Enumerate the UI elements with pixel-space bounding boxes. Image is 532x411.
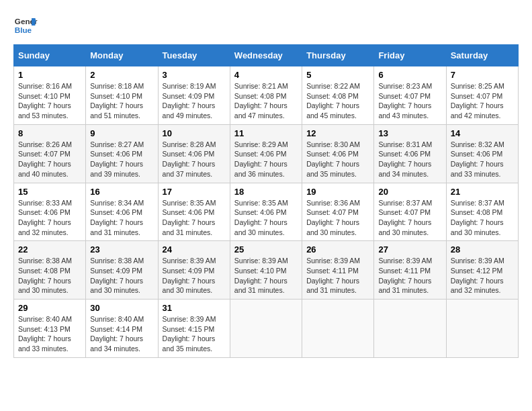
day-number: 22: [18, 244, 81, 255]
day-info: Sunrise: 8:34 AM Sunset: 4:06 PM Dayligh…: [90, 198, 153, 238]
day-number: 27: [378, 244, 441, 255]
day-number: 1: [18, 70, 81, 80]
day-info: Sunrise: 8:29 AM Sunset: 4:06 PM Dayligh…: [234, 140, 298, 179]
calendar-cell: [302, 300, 374, 358]
day-info: Sunrise: 8:39 AM Sunset: 4:12 PM Dayligh…: [451, 256, 514, 295]
day-info: Sunrise: 8:19 AM Sunset: 4:09 PM Dayligh…: [163, 81, 226, 121]
day-number: 9: [90, 128, 153, 138]
day-info: Sunrise: 8:16 AM Sunset: 4:10 PM Dayligh…: [18, 81, 81, 121]
day-info: Sunrise: 8:39 AM Sunset: 4:15 PM Dayligh…: [163, 314, 226, 354]
calendar-cell: 27 Sunrise: 8:39 AM Sunset: 4:11 PM Dayl…: [374, 241, 446, 300]
calendar-cell: 1 Sunrise: 8:16 AM Sunset: 4:10 PM Dayli…: [14, 66, 86, 125]
header-sunday: Sunday: [14, 45, 86, 66]
calendar-cell: 12 Sunrise: 8:30 AM Sunset: 4:06 PM Dayl…: [302, 124, 374, 183]
day-info: Sunrise: 8:26 AM Sunset: 4:07 PM Dayligh…: [18, 140, 81, 179]
calendar-cell: 3 Sunrise: 8:19 AM Sunset: 4:09 PM Dayli…: [158, 66, 230, 125]
header-tuesday: Tuesday: [158, 45, 230, 66]
day-info: Sunrise: 8:22 AM Sunset: 4:08 PM Dayligh…: [306, 81, 369, 121]
day-number: 24: [163, 244, 226, 255]
calendar-cell: 11 Sunrise: 8:29 AM Sunset: 4:06 PM Dayl…: [230, 124, 302, 183]
day-number: 21: [451, 187, 514, 197]
day-number: 23: [90, 244, 153, 255]
calendar-cell: 15 Sunrise: 8:33 AM Sunset: 4:06 PM Dayl…: [14, 183, 86, 241]
calendar-cell: 31 Sunrise: 8:39 AM Sunset: 4:15 PM Dayl…: [158, 300, 230, 358]
calendar-cell: 18 Sunrise: 8:35 AM Sunset: 4:06 PM Dayl…: [230, 183, 302, 241]
day-info: Sunrise: 8:39 AM Sunset: 4:09 PM Dayligh…: [163, 256, 226, 295]
calendar-cell: [374, 300, 446, 358]
header-monday: Monday: [86, 45, 158, 66]
calendar-cell: 14 Sunrise: 8:32 AM Sunset: 4:06 PM Dayl…: [446, 124, 518, 183]
day-info: Sunrise: 8:39 AM Sunset: 4:11 PM Dayligh…: [306, 256, 369, 295]
svg-marker-3: [32, 18, 35, 26]
week-row-5: 29 Sunrise: 8:40 AM Sunset: 4:13 PM Dayl…: [14, 300, 519, 358]
day-info: Sunrise: 8:38 AM Sunset: 4:08 PM Dayligh…: [18, 256, 81, 295]
logo-icon: General Blue: [13, 13, 38, 38]
logo: General Blue: [13, 13, 40, 38]
calendar-cell: [230, 300, 302, 358]
day-number: 25: [234, 244, 298, 255]
day-number: 29: [18, 303, 81, 313]
day-number: 14: [451, 128, 514, 138]
day-info: Sunrise: 8:31 AM Sunset: 4:06 PM Dayligh…: [378, 140, 441, 179]
svg-text:Blue: Blue: [15, 26, 32, 34]
day-number: 5: [306, 70, 369, 80]
day-number: 6: [378, 70, 441, 80]
calendar-cell: 9 Sunrise: 8:27 AM Sunset: 4:06 PM Dayli…: [86, 124, 158, 183]
day-number: 18: [234, 187, 298, 197]
calendar-cell: 24 Sunrise: 8:39 AM Sunset: 4:09 PM Dayl…: [158, 241, 230, 300]
day-number: 8: [18, 128, 81, 138]
day-number: 4: [234, 70, 298, 80]
day-number: 31: [163, 303, 226, 313]
week-row-1: 1 Sunrise: 8:16 AM Sunset: 4:10 PM Dayli…: [14, 66, 519, 125]
calendar: SundayMondayTuesdayWednesdayThursdayFrid…: [13, 44, 519, 358]
week-row-3: 15 Sunrise: 8:33 AM Sunset: 4:06 PM Dayl…: [14, 183, 519, 241]
calendar-cell: 5 Sunrise: 8:22 AM Sunset: 4:08 PM Dayli…: [302, 66, 374, 125]
day-info: Sunrise: 8:32 AM Sunset: 4:06 PM Dayligh…: [451, 140, 514, 179]
day-info: Sunrise: 8:37 AM Sunset: 4:08 PM Dayligh…: [451, 198, 514, 238]
calendar-cell: 16 Sunrise: 8:34 AM Sunset: 4:06 PM Dayl…: [86, 183, 158, 241]
day-info: Sunrise: 8:18 AM Sunset: 4:10 PM Dayligh…: [90, 81, 153, 121]
day-info: Sunrise: 8:37 AM Sunset: 4:07 PM Dayligh…: [378, 198, 441, 238]
header: General Blue: [13, 13, 519, 38]
calendar-cell: 8 Sunrise: 8:26 AM Sunset: 4:07 PM Dayli…: [14, 124, 86, 183]
day-number: 3: [163, 70, 226, 80]
calendar-cell: 29 Sunrise: 8:40 AM Sunset: 4:13 PM Dayl…: [14, 300, 86, 358]
calendar-cell: 7 Sunrise: 8:25 AM Sunset: 4:07 PM Dayli…: [446, 66, 518, 125]
day-info: Sunrise: 8:38 AM Sunset: 4:09 PM Dayligh…: [90, 256, 153, 295]
calendar-cell: 17 Sunrise: 8:35 AM Sunset: 4:06 PM Dayl…: [158, 183, 230, 241]
day-number: 26: [306, 244, 369, 255]
calendar-cell: 28 Sunrise: 8:39 AM Sunset: 4:12 PM Dayl…: [446, 241, 518, 300]
header-wednesday: Wednesday: [230, 45, 302, 66]
calendar-cell: 10 Sunrise: 8:28 AM Sunset: 4:06 PM Dayl…: [158, 124, 230, 183]
day-info: Sunrise: 8:39 AM Sunset: 4:11 PM Dayligh…: [378, 256, 441, 295]
calendar-cell: 26 Sunrise: 8:39 AM Sunset: 4:11 PM Dayl…: [302, 241, 374, 300]
day-number: 19: [306, 187, 369, 197]
day-info: Sunrise: 8:33 AM Sunset: 4:06 PM Dayligh…: [18, 198, 81, 238]
calendar-header-row: SundayMondayTuesdayWednesdayThursdayFrid…: [14, 45, 519, 66]
calendar-cell: 20 Sunrise: 8:37 AM Sunset: 4:07 PM Dayl…: [374, 183, 446, 241]
day-number: 10: [163, 128, 226, 138]
calendar-cell: 4 Sunrise: 8:21 AM Sunset: 4:08 PM Dayli…: [230, 66, 302, 125]
day-number: 15: [18, 187, 81, 197]
day-info: Sunrise: 8:40 AM Sunset: 4:14 PM Dayligh…: [90, 314, 153, 354]
week-row-2: 8 Sunrise: 8:26 AM Sunset: 4:07 PM Dayli…: [14, 124, 519, 183]
calendar-cell: 25 Sunrise: 8:39 AM Sunset: 4:10 PM Dayl…: [230, 241, 302, 300]
day-info: Sunrise: 8:35 AM Sunset: 4:06 PM Dayligh…: [163, 198, 226, 238]
calendar-cell: 23 Sunrise: 8:38 AM Sunset: 4:09 PM Dayl…: [86, 241, 158, 300]
day-number: 28: [451, 244, 514, 255]
calendar-cell: 13 Sunrise: 8:31 AM Sunset: 4:06 PM Dayl…: [374, 124, 446, 183]
header-saturday: Saturday: [446, 45, 518, 66]
day-number: 30: [90, 303, 153, 313]
calendar-cell: 6 Sunrise: 8:23 AM Sunset: 4:07 PM Dayli…: [374, 66, 446, 125]
day-info: Sunrise: 8:40 AM Sunset: 4:13 PM Dayligh…: [18, 314, 81, 354]
calendar-cell: 2 Sunrise: 8:18 AM Sunset: 4:10 PM Dayli…: [86, 66, 158, 125]
week-row-4: 22 Sunrise: 8:38 AM Sunset: 4:08 PM Dayl…: [14, 241, 519, 300]
header-friday: Friday: [374, 45, 446, 66]
day-info: Sunrise: 8:39 AM Sunset: 4:10 PM Dayligh…: [234, 256, 298, 295]
day-number: 7: [451, 70, 514, 80]
day-info: Sunrise: 8:23 AM Sunset: 4:07 PM Dayligh…: [378, 81, 441, 121]
day-number: 2: [90, 70, 153, 80]
day-info: Sunrise: 8:27 AM Sunset: 4:06 PM Dayligh…: [90, 140, 153, 179]
day-info: Sunrise: 8:35 AM Sunset: 4:06 PM Dayligh…: [234, 198, 298, 238]
day-info: Sunrise: 8:36 AM Sunset: 4:07 PM Dayligh…: [306, 198, 369, 238]
